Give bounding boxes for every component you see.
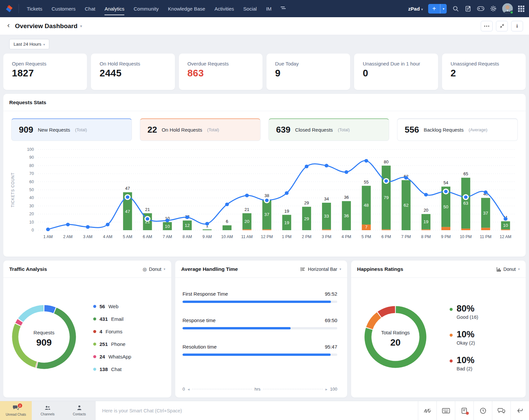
svg-text:40: 40 xyxy=(29,196,34,200)
nav-item-chat[interactable]: Chat xyxy=(80,0,100,17)
summary-tile-on-hold-requests[interactable]: 22On Hold Requests(Total) xyxy=(140,118,261,141)
chevron-down-icon[interactable]: ▾ xyxy=(80,24,82,28)
svg-text:11 AM: 11 AM xyxy=(241,234,253,239)
legend-item-forums[interactable]: 4Forums xyxy=(93,329,131,334)
legend-value: 251 xyxy=(100,341,108,347)
stat-card-on-hold-requests[interactable]: On Hold Requests2445 xyxy=(91,54,175,90)
nav-item-social[interactable]: Social xyxy=(239,0,262,17)
handling-row-response-time: Response time69:50 xyxy=(183,317,337,329)
clock-icon[interactable] xyxy=(473,401,492,420)
summary-tile-closed-requests[interactable]: 639Closed Requests(Total) xyxy=(268,118,389,141)
legend-item-email[interactable]: 431Email xyxy=(93,316,131,322)
svg-text:33: 33 xyxy=(324,214,329,219)
svg-text:Requests: Requests xyxy=(33,330,54,335)
notes-icon[interactable] xyxy=(455,401,473,420)
happiness-legend-bad[interactable]: 10%Bad (2) xyxy=(450,356,478,371)
nav-item-community[interactable]: Community xyxy=(129,0,163,17)
legend-dot xyxy=(450,308,453,311)
plus-icon: + xyxy=(428,4,440,14)
donut-icon: ◎ xyxy=(142,267,146,272)
product-switcher[interactable]: zPad ▾ xyxy=(408,6,423,12)
svg-text:Total Ratings: Total Ratings xyxy=(381,330,410,335)
dock-tab-label: Contacts xyxy=(73,412,86,416)
gear-icon[interactable] xyxy=(490,5,497,12)
gamescope-icon[interactable] xyxy=(477,5,484,12)
stat-card-unassigned-due-in-1-hour[interactable]: Unassigned Due in 1 hour0 xyxy=(354,54,438,90)
summary-tile-new-requests[interactable]: 909New Requests(Total) xyxy=(11,118,132,141)
dock-tab-channels[interactable]: Channels xyxy=(32,401,63,420)
axis-min: 0 xyxy=(183,387,185,392)
legend-item-phone[interactable]: 251Phone xyxy=(93,341,131,347)
svg-text:10 AM: 10 AM xyxy=(221,234,233,239)
traffic-donut-chart: Requests909 xyxy=(9,302,79,373)
tile-label: Backlog Requests xyxy=(424,127,464,133)
legend-item-chat[interactable]: 138Chat xyxy=(93,366,131,372)
nav-more-icon[interactable] xyxy=(276,6,290,12)
traffic-analysis-panel: Traffic Analysis ◎ Donut ▾ Requests909 5… xyxy=(3,261,171,398)
page-title: Overview Dashboard xyxy=(15,22,77,30)
legend-dot xyxy=(450,359,453,362)
back-button[interactable]: ‹ xyxy=(6,21,13,31)
traffic-legend: 56Web431Email4Forums251Phone24WhatsApp13… xyxy=(93,304,131,372)
svg-text:2 AM: 2 AM xyxy=(63,234,72,239)
chat-bubbles-icon[interactable] xyxy=(492,401,510,420)
svg-text:4 AM: 4 AM xyxy=(103,234,112,239)
nav-item-analytics[interactable]: Analytics xyxy=(100,0,129,17)
happiness-legend-okay[interactable]: 10%Okay (2) xyxy=(450,330,478,346)
legend-item-whatsapp[interactable]: 24WhatsApp xyxy=(93,354,131,359)
legend-item-web[interactable]: 56Web xyxy=(93,304,131,309)
handling-bar xyxy=(183,327,337,329)
svg-text:36: 36 xyxy=(344,213,349,218)
time-range-filter[interactable]: Last 24 Hours▾ xyxy=(9,39,49,49)
tile-suffix: (Total) xyxy=(207,127,219,132)
keyboard-icon[interactable] xyxy=(436,401,455,420)
happiness-legend-good[interactable]: 80%Good (16) xyxy=(450,304,478,320)
collapse-dock-icon[interactable] xyxy=(510,401,529,420)
svg-text:65: 65 xyxy=(463,172,468,177)
app-grid-icon[interactable] xyxy=(518,6,524,12)
svg-text:20: 20 xyxy=(29,212,34,216)
smart-chat-input[interactable] xyxy=(102,408,411,413)
summary-tile-backlog-requests[interactable]: 556Backlog Requests(Average) xyxy=(397,118,518,141)
svg-text:50: 50 xyxy=(443,204,448,209)
handling-view-selector[interactable]: Horizontal Bar ▾ xyxy=(301,267,341,272)
nav-item-knowledge-base[interactable]: Knowledge Base xyxy=(163,0,210,17)
legend-label: Email xyxy=(111,316,124,322)
stat-card-due-today[interactable]: Due Today9 xyxy=(266,54,350,90)
nav-item-im[interactable]: IM xyxy=(262,0,276,17)
stat-card-open-requests[interactable]: Open Requests1827 xyxy=(3,54,87,90)
dock-tab-unread-chats[interactable]: 2Unread Chats xyxy=(0,401,32,420)
summary-tiles: 909New Requests(Total)22On Hold Requests… xyxy=(3,111,526,143)
tile-suffix: (Total) xyxy=(75,127,87,132)
svg-text:10: 10 xyxy=(29,220,34,225)
more-options-button[interactable] xyxy=(481,21,493,31)
happiness-legend: 80%Good (16)10%Okay (2)10%Bad (2) xyxy=(450,304,478,371)
user-avatar[interactable] xyxy=(502,3,513,14)
zoho-desk-logo xyxy=(5,4,14,13)
nav-item-activities[interactable]: Activities xyxy=(210,0,239,17)
happiness-ratings-panel: Happiness Ratings Donut ▾ Total Ratings2… xyxy=(351,261,526,398)
nav-item-tickets[interactable]: Tickets xyxy=(22,0,47,17)
happiness-percent: 10% xyxy=(457,330,475,340)
collapse-button[interactable] xyxy=(496,21,508,31)
traffic-view-selector[interactable]: ◎ Donut ▾ xyxy=(142,267,165,272)
svg-text:3 AM: 3 AM xyxy=(83,234,92,239)
dock-tab-contacts[interactable]: Contacts xyxy=(63,401,95,420)
smart-chat-dock: 2Unread ChatsChannelsContacts xyxy=(0,401,529,420)
tile-value: 909 xyxy=(19,125,33,135)
nav-item-customers[interactable]: Customers xyxy=(47,0,80,17)
brand[interactable] xyxy=(5,4,19,13)
handling-axis: 0 ◂ hrs ▸ 100 xyxy=(183,387,337,392)
zia-icon[interactable] xyxy=(418,401,436,420)
panel-title: Traffic Analysis xyxy=(9,266,47,272)
info-button[interactable]: i xyxy=(511,21,523,31)
feeds-icon[interactable] xyxy=(465,5,472,12)
happiness-view-selector[interactable]: Donut ▾ xyxy=(497,267,520,272)
svg-text:19: 19 xyxy=(424,220,428,225)
svg-text:30: 30 xyxy=(29,204,34,208)
stat-card-overdue-requests[interactable]: Overdue Requests863 xyxy=(179,54,263,90)
stat-card-unassigned-requests[interactable]: Unassigned Requests2 xyxy=(442,54,526,90)
unread-badge: 2 xyxy=(18,403,22,408)
search-icon[interactable] xyxy=(452,5,459,12)
add-button[interactable]: + ▾ xyxy=(428,4,447,14)
